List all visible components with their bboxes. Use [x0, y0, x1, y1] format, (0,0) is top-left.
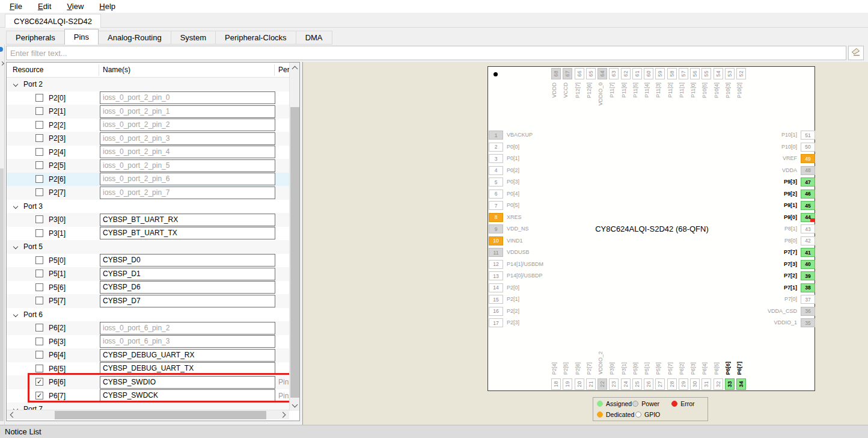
pin-checkbox[interactable]	[35, 351, 43, 359]
pin-name-input[interactable]: ioss_0_port_2_pin_5	[100, 159, 275, 172]
clear-filter-button[interactable]	[848, 46, 864, 60]
pin-checkbox[interactable]	[35, 365, 43, 372]
left-splitter-thumb[interactable]	[0, 168, 4, 421]
pin-66-box[interactable]: 66	[575, 68, 584, 79]
pin-22-box[interactable]: 22	[598, 378, 607, 390]
pin-checkbox[interactable]	[35, 107, 43, 115]
pin-35-box[interactable]: 35	[801, 318, 815, 327]
pin-checkbox[interactable]	[35, 188, 43, 196]
pin-68-box[interactable]: 68	[551, 68, 561, 79]
column-header-resource[interactable]: Resource	[13, 66, 43, 74]
pin-63-box[interactable]: 63	[609, 68, 619, 79]
table-row[interactable]: P5[1]CYBSP_D1	[7, 267, 289, 281]
pin-13-box[interactable]: 13	[489, 271, 503, 280]
pin-44-box[interactable]: 44	[801, 213, 815, 222]
pin-21-box[interactable]: 21	[586, 378, 596, 390]
group-row[interactable]: Port 6	[7, 308, 289, 322]
notice-list-header[interactable]: Notice List	[0, 425, 868, 438]
pin-1-box[interactable]: 1	[489, 131, 503, 140]
pin-34-box[interactable]: 34	[736, 378, 746, 390]
pin-51-box[interactable]: 51	[801, 131, 815, 140]
scroll-right-icon[interactable]	[280, 412, 286, 418]
table-row[interactable]: ✓P6[6]CYBSP_SWDIOPin	[7, 375, 289, 389]
pin-checkbox[interactable]	[35, 134, 43, 142]
pin-23-box[interactable]: 23	[609, 378, 619, 390]
pin-checkbox[interactable]	[35, 148, 43, 156]
table-row[interactable]: P5[6]CYBSP_D6	[7, 281, 289, 295]
pin-19-box[interactable]: 19	[563, 378, 572, 390]
pin-name-input[interactable]: ioss_0_port_6_pin_3	[100, 335, 275, 348]
table-row[interactable]: P2[1]ioss_0_port_2_pin_1	[7, 105, 289, 119]
table-row[interactable]: P2[7]ioss_0_port_2_pin_7	[7, 186, 289, 200]
table-row[interactable]: P5[0]CYBSP_D0	[7, 254, 289, 268]
table-row[interactable]: P6[4]CYBSP_DEBUG_UART_RX	[7, 348, 289, 362]
pin-47-box[interactable]: 47	[801, 177, 815, 187]
tab-system[interactable]: System	[171, 31, 216, 45]
group-row[interactable]: Port 5	[7, 240, 289, 254]
scroll-left-icon[interactable]	[10, 412, 16, 418]
table-row[interactable]: P5[7]CYBSP_D7	[7, 294, 289, 308]
column-header-per[interactable]: Per	[278, 66, 290, 74]
pin-name-input[interactable]: ioss_0_port_2_pin_6	[100, 173, 275, 185]
table-vertical-scrollbar[interactable]	[289, 63, 299, 411]
group-row[interactable]: Port 2	[7, 78, 289, 91]
pin-checkbox[interactable]	[35, 121, 43, 129]
tab-pins[interactable]: Pins	[64, 29, 99, 45]
pin-58-box[interactable]: 58	[667, 68, 677, 79]
pin-18-box[interactable]: 18	[551, 378, 561, 390]
pin-45-box[interactable]: 45	[801, 201, 815, 210]
pin-checkbox[interactable]	[35, 297, 43, 304]
pin-43-box[interactable]: 43	[801, 224, 815, 233]
table-row[interactable]: P2[4]ioss_0_port_2_pin_4	[7, 146, 289, 159]
pin-24-box[interactable]: 24	[621, 378, 631, 390]
pin-name-input[interactable]: CYBSP_D1	[100, 268, 275, 280]
pin-64-box[interactable]: 64	[598, 68, 607, 79]
pin-20-box[interactable]: 20	[575, 378, 584, 390]
table-row[interactable]: P2[2]ioss_0_port_2_pin_2	[7, 119, 289, 132]
pin-checkbox[interactable]	[35, 175, 43, 183]
pin-39-box[interactable]: 39	[801, 271, 815, 280]
pin-17-box[interactable]: 17	[489, 318, 503, 327]
pin-54-box[interactable]: 54	[714, 68, 723, 79]
chevron-down-icon[interactable]	[13, 312, 18, 316]
pin-31-box[interactable]: 31	[701, 378, 711, 390]
pin-40-box[interactable]: 40	[801, 260, 815, 269]
pin-33-box[interactable]: 33	[725, 378, 735, 390]
pin-7-box[interactable]: 7	[489, 201, 503, 210]
pin-name-input[interactable]: ioss_0_port_2_pin_3	[100, 132, 275, 145]
menu-edit[interactable]: Edit	[38, 2, 51, 11]
pin-56-box[interactable]: 56	[690, 68, 700, 79]
pin-2-box[interactable]: 2	[489, 143, 503, 152]
pin-30-box[interactable]: 30	[690, 378, 700, 390]
pin-12-box[interactable]: 12	[489, 260, 503, 269]
table-row[interactable]: P6[2]ioss_0_port_6_pin_2	[7, 321, 289, 335]
pin-42-box[interactable]: 42	[801, 236, 815, 245]
pin-checkbox[interactable]	[35, 256, 43, 264]
pin-name-input[interactable]: CYBSP_DEBUG_UART_TX	[100, 362, 275, 375]
pin-checkbox[interactable]	[35, 161, 43, 169]
pin-3-box[interactable]: 3	[489, 154, 503, 163]
tab-peripherals[interactable]: Peripherals	[6, 31, 65, 45]
pin-52-box[interactable]: 52	[736, 68, 746, 79]
pin-48-box[interactable]: 48	[801, 166, 815, 175]
pin-27-box[interactable]: 27	[655, 378, 665, 390]
table-row[interactable]: P2[5]ioss_0_port_2_pin_5	[7, 159, 289, 173]
menu-file[interactable]: File	[10, 2, 22, 11]
table-row[interactable]: ✓P6[7]CYBSP_SWDCKPin	[7, 389, 289, 403]
pin-60-box[interactable]: 60	[644, 68, 653, 79]
left-splitter[interactable]	[0, 45, 5, 425]
tab-analog-routing[interactable]: Analog-Routing	[99, 31, 171, 45]
pin-53-box[interactable]: 53	[725, 68, 735, 79]
table-row[interactable]: P2[0]ioss_0_port_2_pin_0	[7, 91, 289, 105]
pin-32-box[interactable]: 32	[714, 378, 723, 390]
pin-5-box[interactable]: 5	[489, 177, 503, 187]
scroll-up-icon[interactable]	[292, 66, 298, 72]
pin-36-box[interactable]: 36	[801, 307, 815, 316]
pin-11-box[interactable]: 11	[489, 248, 503, 257]
pin-name-input[interactable]: ioss_0_port_2_pin_0	[100, 91, 275, 104]
pin-4-box[interactable]: 4	[489, 166, 503, 175]
pin-checkbox[interactable]	[35, 270, 43, 277]
filter-input[interactable]	[6, 46, 846, 60]
pin-checkbox[interactable]	[35, 338, 43, 345]
table-row[interactable]: P3[1]CYBSP_BT_UART_TX	[7, 227, 289, 241]
